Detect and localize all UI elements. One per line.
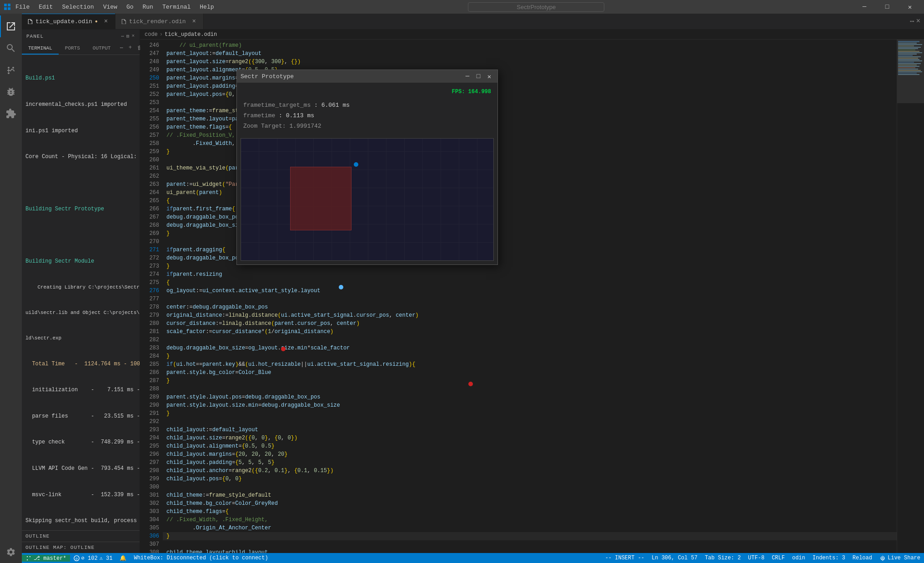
status-line-ending[interactable]: CRLF [768, 555, 788, 561]
canvas-dot-bottom-left[interactable] [339, 285, 343, 289]
code-line-304: // .Fixed_Width, .Fixed_Height, [163, 516, 897, 524]
terminal-line: Total Time - 1124.764 ms - 100.00% [25, 360, 140, 369]
status-live-share[interactable]: Live Share [876, 555, 924, 561]
menu-selection[interactable]: Selection [57, 2, 98, 12]
terminal-line: initialization - 7.151 ms - 0.63% [25, 386, 140, 394]
terminal-line: Building Sectr Prototype [25, 205, 140, 214]
floating-window-buttons: ─ □ ✕ [463, 72, 494, 81]
sidebar-close-button[interactable]: × [131, 33, 135, 39]
floating-restore-button[interactable]: □ [474, 72, 483, 81]
close-button[interactable]: ✕ [899, 0, 920, 14]
tab-close-button[interactable]: × [102, 18, 110, 25]
tab-actions: ⋯ × [906, 14, 924, 29]
activity-source-control[interactable] [0, 59, 22, 81]
menu-bar: File Edit Selection View Go Run Terminal… [11, 2, 219, 12]
outline-header: OUTLINE [22, 530, 140, 542]
menu-terminal[interactable]: Terminal [158, 2, 195, 12]
code-line-302: child_theme.bg_color = Color_GreyRed [163, 499, 897, 508]
status-whitebox[interactable]: WhiteBox: Disconnected (click to connect… [130, 555, 271, 561]
canvas-widget-rect [290, 167, 352, 230]
sidebar-new-terminal-button[interactable]: + [126, 43, 135, 55]
tab-tick-render[interactable]: tick_render.odin × [116, 14, 204, 29]
status-insert-mode[interactable]: -- INSERT -- [602, 555, 648, 561]
reload-label: Reload [853, 555, 872, 561]
breadcrumb-code[interactable]: code [145, 31, 158, 38]
sidebar-more-button[interactable]: ⋯ [121, 33, 125, 39]
menu-edit[interactable]: Edit [34, 2, 57, 12]
activity-settings[interactable] [0, 541, 22, 563]
code-line-299: child_layout.pos = { 0, 0 } [163, 475, 897, 483]
canvas-dot-red-2[interactable] [468, 382, 473, 386]
code-line-290: parent.style.layout.size.min = debug.dra… [163, 401, 897, 409]
menu-view[interactable]: View [99, 2, 122, 12]
breadcrumb: code › tick_update.odin [140, 30, 924, 40]
terminal-output: Build.ps1 incremental_checks.ps1 importe… [22, 55, 140, 530]
app-icon-area [0, 3, 11, 10]
indent-label: Indents: 3 [813, 555, 845, 561]
canvas-dot-top-right[interactable] [354, 162, 358, 167]
svg-text:⊘: ⊘ [75, 556, 78, 560]
floating-window-title: Sectr Prototype [241, 73, 294, 80]
svg-rect-0 [4, 4, 7, 6]
insert-mode-label: -- INSERT -- [605, 555, 644, 561]
status-notifications[interactable]: 🔔 [116, 555, 130, 562]
status-indent[interactable]: Indents: 3 [809, 555, 849, 561]
tab-file-icon-2 [121, 19, 126, 24]
search-bar [219, 2, 854, 12]
code-line-274: if parent.resizing [163, 270, 897, 279]
breadcrumb-file[interactable]: tick_update.odin [165, 31, 217, 38]
menu-file[interactable]: File [11, 2, 34, 12]
terminal-line: msvc-link - 152.339 ms - 13.54% [25, 491, 140, 499]
tab-modified-dot: ● [95, 19, 98, 24]
floating-minimize-button[interactable]: ─ [463, 72, 472, 81]
status-encoding[interactable]: UTF-8 [744, 555, 768, 561]
split-editor-button[interactable]: ⋯ [910, 17, 914, 26]
sidebar-tab-terminal[interactable]: TERMINAL [22, 43, 59, 55]
sidebar-tab-ports[interactable]: PORTS [59, 43, 86, 55]
code-line-282 [163, 336, 897, 344]
terminal-line [25, 179, 140, 188]
sidebar-tab-more[interactable]: ⋯ [117, 43, 126, 55]
error-icon: ⊘ [74, 555, 80, 561]
titlebar: File Edit Selection View Go Run Terminal… [0, 0, 924, 14]
status-position[interactable]: Ln 306, Col 57 [648, 555, 701, 561]
code-line-296: child_layout.margins = { 20, 20, 20, 20 … [163, 450, 897, 458]
sidebar-tabs: TERMINAL PORTS OUTPUT ⋯ + 🗑 [22, 43, 140, 55]
status-errors[interactable]: ⊘ ⊘ 102 ⚠ 31 [70, 555, 116, 562]
sidebar-tab-output[interactable]: OUTPUT [86, 43, 117, 55]
menu-go[interactable]: Go [122, 2, 138, 12]
restore-button[interactable]: □ [877, 0, 898, 14]
status-branch[interactable]: ⎇ master* [22, 555, 70, 562]
terminal-line: ld\sectr.exp [25, 334, 140, 343]
status-tab-size[interactable]: Tab Size: 2 [701, 555, 744, 561]
code-line-292 [163, 418, 897, 426]
close-tab-button[interactable]: × [916, 17, 920, 25]
terminal-line: Building Sectr Module [25, 257, 140, 266]
menu-run[interactable]: Run [138, 2, 157, 12]
sidebar-split-button[interactable]: ⊞ [126, 33, 130, 39]
svg-rect-1 [8, 4, 10, 6]
floating-window-titlebar: Sectr Prototype ─ □ ✕ [237, 70, 497, 83]
activity-extensions[interactable] [0, 103, 22, 125]
code-line-298: child_layout.anchor = range2({ 0.2, 0.1 … [163, 467, 897, 475]
canvas-dot-red-1[interactable] [281, 347, 286, 351]
status-language[interactable]: odin [788, 555, 809, 561]
svg-rect-2 [4, 7, 7, 10]
menu-help[interactable]: Help [195, 2, 218, 12]
code-line-289: parent.style.layout.pos = debug.draggabl… [163, 393, 897, 401]
search-input[interactable] [468, 2, 604, 12]
floating-close-button[interactable]: ✕ [485, 72, 494, 81]
code-line-275: { [163, 279, 897, 287]
tab-close-button-2[interactable]: × [191, 18, 198, 25]
activity-search[interactable] [0, 37, 22, 59]
activity-debug[interactable] [0, 81, 22, 103]
status-reload[interactable]: Reload [849, 555, 876, 561]
status-bar-left: ⎇ master* ⊘ ⊘ 102 ⚠ 31 🔔 WhiteBox: Disco… [22, 555, 272, 562]
minimize-button[interactable]: ─ [854, 0, 875, 14]
tab-label-2: tick_render.odin [129, 18, 186, 25]
activity-explorer[interactable] [0, 15, 22, 37]
tab-tick-update[interactable]: tick_update.odin ● × [22, 14, 116, 29]
code-line-308: child_theme.layout = child_layout [163, 548, 897, 553]
fps-value: FPS: 164.998 [452, 87, 491, 97]
code-line-297: child_layout.padding = { 5, 5, 5, 5 } [163, 458, 897, 467]
